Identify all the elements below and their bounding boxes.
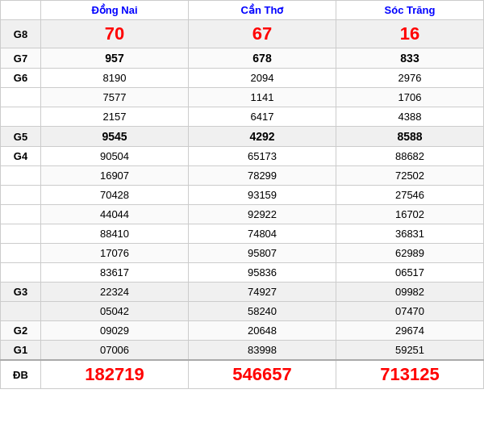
table-cell: 2157 bbox=[41, 107, 189, 127]
table-cell: 44044 bbox=[41, 205, 189, 224]
table-cell: 2976 bbox=[336, 69, 484, 88]
table-cell: 4388 bbox=[336, 107, 484, 127]
table-cell: 88410 bbox=[41, 224, 189, 244]
table-cell: 95836 bbox=[189, 263, 336, 283]
table-cell: 83617 bbox=[41, 263, 189, 283]
header-label-col bbox=[1, 1, 41, 20]
table-cell: 90504 bbox=[41, 147, 189, 166]
table-cell: 65173 bbox=[189, 147, 336, 166]
table-cell: 16702 bbox=[336, 205, 484, 224]
table-cell: 20648 bbox=[189, 321, 336, 341]
table-cell: 6417 bbox=[189, 107, 336, 127]
table-cell: 36831 bbox=[336, 224, 484, 244]
header-can-tho: Cần Thơ bbox=[189, 1, 336, 20]
row-label: G3 bbox=[1, 283, 41, 302]
table-cell: 678 bbox=[189, 48, 336, 69]
row-label: G8 bbox=[1, 20, 41, 48]
table-cell: 27546 bbox=[336, 186, 484, 205]
table-cell: 17076 bbox=[41, 244, 189, 263]
table-cell: 957 bbox=[41, 48, 189, 69]
table-cell: 7577 bbox=[41, 88, 189, 107]
table-cell: 09029 bbox=[41, 321, 189, 341]
table-cell: 67 bbox=[189, 20, 336, 48]
table-cell: 9545 bbox=[41, 127, 189, 147]
table-cell: 16 bbox=[336, 20, 484, 48]
table-cell: 74804 bbox=[189, 224, 336, 244]
row-label: G6 bbox=[1, 69, 41, 88]
row-label: G4 bbox=[1, 147, 41, 166]
table-cell: 72502 bbox=[336, 166, 484, 186]
lottery-table: Đồng Nai Cần Thơ Sóc Trăng G8706716G7957… bbox=[0, 0, 484, 389]
table-cell: 05042 bbox=[41, 302, 189, 321]
row-label bbox=[1, 205, 41, 224]
table-cell: 70428 bbox=[41, 186, 189, 205]
table-cell: 8588 bbox=[336, 127, 484, 147]
table-cell: 58240 bbox=[189, 302, 336, 321]
table-cell: 62989 bbox=[336, 244, 484, 263]
table-cell: 74927 bbox=[189, 283, 336, 302]
table-cell: 833 bbox=[336, 48, 484, 69]
row-label bbox=[1, 224, 41, 244]
table-cell: 59251 bbox=[336, 341, 484, 361]
table-cell: 93159 bbox=[189, 186, 336, 205]
table-cell: 88682 bbox=[336, 147, 484, 166]
table-cell: 546657 bbox=[189, 360, 336, 389]
table-cell: 06517 bbox=[336, 263, 484, 283]
row-label bbox=[1, 263, 41, 283]
row-label bbox=[1, 186, 41, 205]
table-cell: 09982 bbox=[336, 283, 484, 302]
row-label: G1 bbox=[1, 341, 41, 361]
row-label: ĐB bbox=[1, 360, 41, 389]
table-cell: 8190 bbox=[41, 69, 189, 88]
table-cell: 92922 bbox=[189, 205, 336, 224]
table-cell: 29674 bbox=[336, 321, 484, 341]
row-label: G7 bbox=[1, 48, 41, 69]
table-cell: 07470 bbox=[336, 302, 484, 321]
row-label bbox=[1, 166, 41, 186]
table-cell: 95807 bbox=[189, 244, 336, 263]
table-cell: 4292 bbox=[189, 127, 336, 147]
row-label bbox=[1, 88, 41, 107]
table-cell: 713125 bbox=[336, 360, 484, 389]
row-label bbox=[1, 244, 41, 263]
header-soc-trang: Sóc Trăng bbox=[336, 1, 484, 20]
header-dong-nai: Đồng Nai bbox=[41, 1, 189, 20]
table-cell: 83998 bbox=[189, 341, 336, 361]
row-label: G2 bbox=[1, 321, 41, 341]
table-cell: 07006 bbox=[41, 341, 189, 361]
table-cell: 22324 bbox=[41, 283, 189, 302]
table-cell: 70 bbox=[41, 20, 189, 48]
row-label bbox=[1, 107, 41, 127]
table-cell: 16907 bbox=[41, 166, 189, 186]
table-cell: 1141 bbox=[189, 88, 336, 107]
row-label: G5 bbox=[1, 127, 41, 147]
table-cell: 182719 bbox=[41, 360, 189, 389]
table-cell: 78299 bbox=[189, 166, 336, 186]
table-cell: 1706 bbox=[336, 88, 484, 107]
row-label bbox=[1, 302, 41, 321]
table-cell: 2094 bbox=[189, 69, 336, 88]
